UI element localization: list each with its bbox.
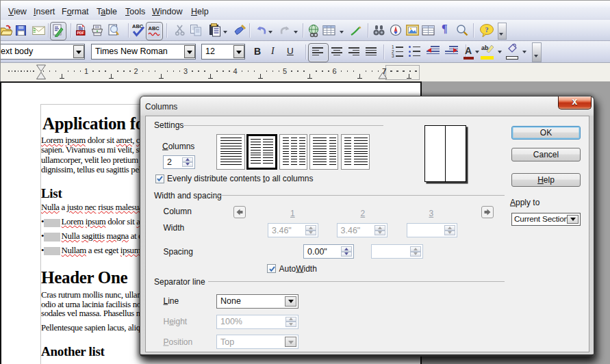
svg-text:?: ? — [485, 26, 489, 34]
svg-text:PDF: PDF — [77, 31, 84, 35]
svg-text:ABC: ABC — [149, 25, 160, 31]
